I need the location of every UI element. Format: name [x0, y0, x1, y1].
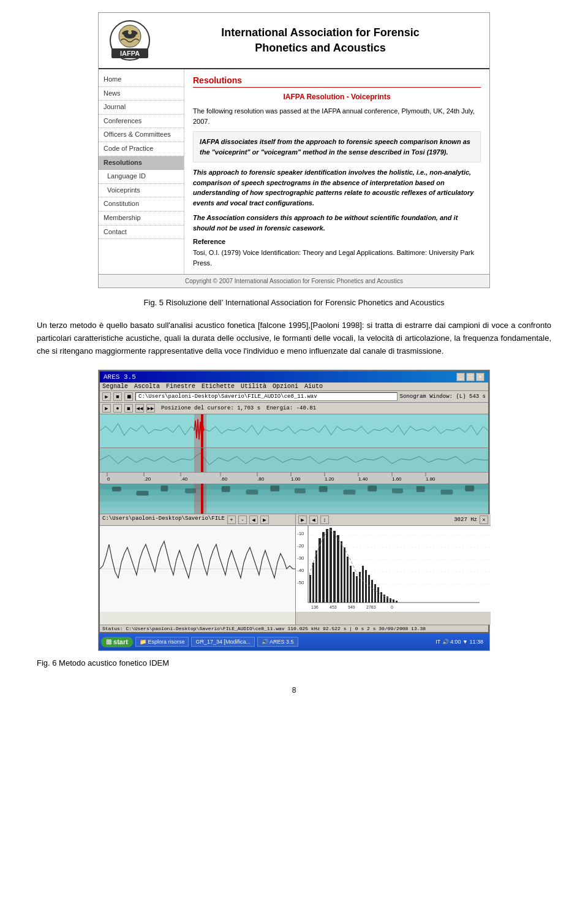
stop-btn[interactable]: ◼ [124, 404, 133, 413]
energy-info: Energia: -40.81 [266, 405, 316, 411]
svg-text:-30: -30 [297, 555, 304, 561]
sidebar-item-constitution[interactable]: Constitution [99, 197, 184, 211]
rec-btn[interactable]: ● [113, 404, 122, 413]
svg-rect-49 [368, 485, 377, 492]
taskbar-explorer[interactable]: 📁 Esplora risorse [135, 637, 189, 647]
svg-rect-79 [347, 557, 349, 603]
toolbar-btn-1[interactable]: ▶ [102, 392, 111, 401]
sidebar-item-news[interactable]: News [99, 87, 184, 101]
svg-text:1.80: 1.80 [426, 476, 435, 482]
timeline: 0 .20 .40 .60 .80 1.00 1.20 1.40 1.60 1.… [100, 473, 488, 484]
svg-point-5 [128, 31, 132, 34]
svg-text:0: 0 [391, 605, 393, 609]
start-button[interactable]: ⊞ start [101, 637, 133, 647]
menu-opzioni[interactable]: Opzioni [273, 383, 298, 390]
lower-left-toolbar: C:\Users\paoloni-Desktop\Saverio\FILE_AU… [100, 514, 295, 526]
svg-text:453: 453 [330, 605, 337, 609]
menu-utilita[interactable]: Utilità [241, 383, 266, 390]
spectrum-btn-1[interactable]: ▶ [298, 516, 307, 524]
spectrum-btn-2[interactable]: ◀ [309, 516, 318, 524]
svg-rect-37 [100, 502, 488, 508]
sidebar-item-conferences[interactable]: Conferences [99, 115, 184, 129]
lower-waveform-display [100, 526, 295, 612]
fforward-btn[interactable]: ▶▶ [146, 404, 155, 413]
svg-rect-48 [343, 490, 355, 495]
spectrum-display: -10 -20 -30 -40 -50 [296, 526, 491, 612]
zoom-out-btn[interactable]: - [238, 516, 247, 524]
svg-rect-40 [137, 491, 149, 496]
svg-rect-73 [326, 529, 328, 603]
zoom-in-btn[interactable]: + [227, 516, 236, 524]
svg-rect-82 [356, 576, 358, 603]
page-number: 8 [37, 686, 551, 694]
sidebar-item-journal[interactable]: Journal [99, 101, 184, 115]
menu-ascolta[interactable]: Ascolta [134, 383, 160, 390]
spectrogram-top [100, 484, 488, 514]
svg-rect-52 [440, 490, 453, 495]
svg-rect-68 [309, 575, 311, 603]
svg-rect-83 [359, 572, 361, 603]
svg-rect-38 [100, 508, 488, 514]
resolution-intro: The following resolution was passed at t… [193, 106, 481, 126]
svg-rect-47 [319, 486, 328, 492]
taskbar-ares[interactable]: 🔊 ARES 3.5 [257, 637, 298, 647]
prev-btn[interactable]: ◀ [249, 516, 258, 524]
sidebar-item-resolutions[interactable]: Resolutions [99, 156, 184, 170]
fig5-container: IAFPA International Association for Fore… [98, 12, 490, 288]
menu-etichette[interactable]: Etichette [202, 383, 235, 390]
sidebar-item-voiceprints[interactable]: Voiceprints [99, 184, 184, 198]
menu-segnale[interactable]: Segnale [102, 383, 128, 390]
spectrum-btn-3[interactable]: ↕ [320, 516, 329, 524]
rewind-btn[interactable]: ◀◀ [135, 404, 144, 413]
sidebar-item-contact[interactable]: Contact [99, 226, 184, 240]
svg-text:.80: .80 [257, 476, 265, 482]
toolbar-btn-2[interactable]: ■ [113, 392, 122, 401]
svg-rect-51 [417, 486, 425, 492]
sidebar-item-officers[interactable]: Officers & Committees [99, 128, 184, 142]
maximize-button[interactable]: □ [466, 373, 475, 381]
ares-toolbar-1: ▶ ■ ⏹ C:\Users\paoloni-Desktop\Saverio\F… [100, 391, 488, 403]
resolution-block3: The Association considers this approach … [193, 213, 481, 233]
sidebar-item-membership[interactable]: Membership [99, 211, 184, 226]
lower-right-toolbar: ▶ ◀ ↕ 3027 Hz × [296, 514, 491, 526]
next-btn[interactable]: ▶ [260, 516, 269, 524]
ares-statusbar: Status: C:\Users\paoloni-Desktop\Saverio… [100, 625, 488, 632]
menu-aiuto[interactable]: Aiuto [304, 383, 323, 390]
resolution-block1: IAFPA dissociates itself from the approa… [193, 131, 481, 162]
svg-rect-50 [392, 489, 403, 493]
spectrogram-svg [100, 484, 488, 514]
svg-text:-50: -50 [297, 580, 304, 585]
menu-finestre[interactable]: Finestre [166, 383, 195, 390]
fig5-caption: Fig. 5 Risoluzione dell’ International A… [37, 298, 551, 307]
svg-rect-46 [295, 489, 306, 493]
cursor-marker [201, 414, 203, 447]
iafpa-header: IAFPA International Association for Fore… [99, 13, 489, 69]
svg-text:-20: -20 [297, 543, 304, 549]
toolbar-btn-3[interactable]: ⏹ [124, 392, 133, 401]
sidebar-item-home[interactable]: Home [99, 73, 184, 87]
svg-rect-34 [100, 484, 488, 490]
sonogram-info: Sonogram Window: (L) 543 s [400, 394, 486, 400]
close-button[interactable]: × [476, 373, 484, 381]
play-btn[interactable]: ▶ [102, 404, 111, 413]
waveform-top [100, 414, 488, 448]
svg-rect-53 [465, 485, 474, 492]
svg-text:1.20: 1.20 [325, 476, 334, 482]
iafpa-body: Home News Journal Conferences Officers &… [99, 69, 489, 274]
iafpa-footer: Copyright © 2007 International Associati… [99, 274, 489, 287]
svg-rect-89 [377, 587, 379, 603]
cursor-info: Posizione del cursore: 1,703 s [161, 405, 260, 411]
taskbar-clock: IT 🔊 4:00 ▼ 11:38 [432, 637, 487, 646]
ares-titlebar: ARES 3.5 _ □ × [100, 371, 488, 382]
sidebar: Home News Journal Conferences Officers &… [99, 69, 184, 274]
lower-left-panel: C:\Users\paoloni-Desktop\Saverio\FILE_AU… [100, 514, 296, 625]
spectrum-close[interactable]: × [480, 516, 488, 524]
cursor-marker-3 [201, 484, 203, 514]
sidebar-item-code[interactable]: Code of Practice [99, 142, 184, 156]
iafpa-logo: IAFPA [108, 19, 151, 62]
sidebar-item-languageid[interactable]: Language ID [99, 170, 184, 184]
taskbar-modifica[interactable]: GR_17_34 [Modifica... [191, 637, 255, 647]
minimize-button[interactable]: _ [456, 373, 465, 381]
fig6-container: ARES 3.5 _ □ × Segnale Ascolta Finestre … [98, 370, 490, 651]
svg-rect-77 [341, 541, 342, 603]
